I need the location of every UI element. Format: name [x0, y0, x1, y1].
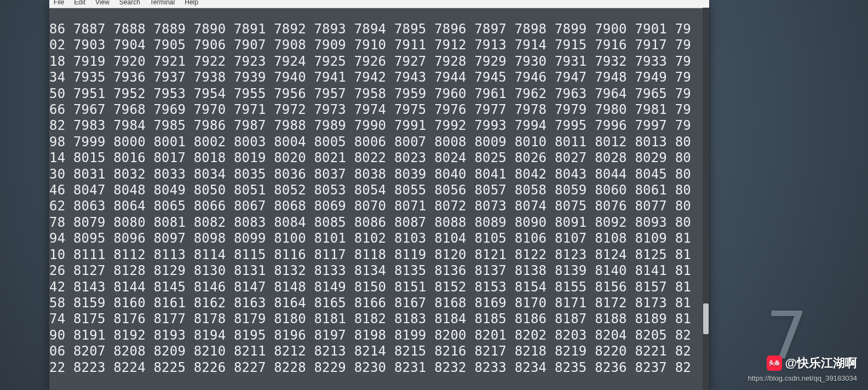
terminal-scrollbar[interactable]: [703, 8, 709, 390]
toutiao-logo-icon: 头条: [767, 355, 782, 371]
menu-help[interactable]: Help: [185, 0, 198, 4]
menu-file[interactable]: File: [54, 0, 64, 4]
terminal-body-wrap: 86 7887 7888 7889 7890 7891 7892 7893 78…: [49, 8, 709, 390]
toutiao-handle: @快乐江湖啊: [785, 355, 857, 371]
desktop-background: 7 File Edit View Search Terminal Help 86…: [0, 0, 868, 390]
menu-terminal[interactable]: Terminal: [150, 0, 175, 4]
terminal-window: File Edit View Search Terminal Help 86 7…: [49, 0, 710, 390]
terminal-output[interactable]: 86 7887 7888 7889 7890 7891 7892 7893 78…: [49, 21, 709, 377]
watermark-csdn: https://blog.csdn.net/qq_39183034: [748, 374, 858, 382]
desktop-big-glyph: 7: [766, 297, 808, 374]
terminal-scrollbar-thumb[interactable]: [703, 303, 709, 334]
menu-search[interactable]: Search: [119, 0, 140, 4]
menu-bar: File Edit View Search Terminal Help: [49, 0, 709, 8]
menu-edit[interactable]: Edit: [74, 0, 85, 4]
menu-view[interactable]: View: [95, 0, 110, 4]
watermark-toutiao: 头条 @快乐江湖啊: [767, 355, 857, 371]
